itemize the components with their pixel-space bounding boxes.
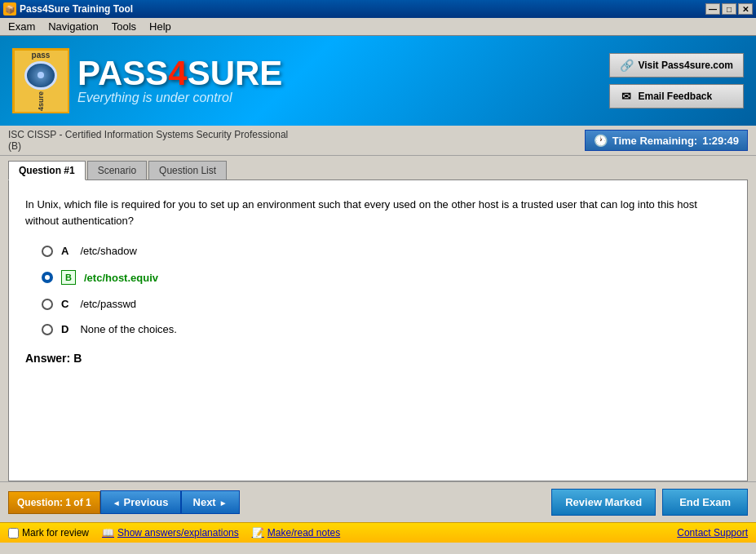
tab-scenario[interactable]: Scenario — [87, 161, 147, 179]
tab-question1[interactable]: Question #1 — [8, 161, 86, 180]
contact-support-link[interactable]: Contact Support — [677, 527, 748, 538]
question-area: In Unix, which file is required for you … — [8, 179, 748, 481]
maximize-button[interactable]: □ — [722, 3, 736, 15]
show-answers-link[interactable]: 📖 Show answers/explanations — [102, 527, 239, 538]
tabs-bar: Question #1 Scenario Question List — [0, 156, 756, 179]
option-c[interactable]: C /etc/passwd — [42, 298, 731, 310]
option-c-label: C — [61, 298, 69, 310]
option-a-text: /etc/shadow — [80, 245, 136, 257]
mark-for-review-label: Mark for review — [22, 527, 89, 538]
title-bar-text: Pass4Sure Training Tool — [20, 3, 133, 15]
visit-website-button[interactable]: 🔗 Visit Pass4sure.com — [609, 53, 744, 78]
mark-for-review-checkbox[interactable]: Mark for review — [8, 527, 89, 538]
answer-label: Answer: — [25, 352, 70, 365]
logo-box: pass 4sure — [12, 48, 69, 113]
time-remaining-label: Time Remaining: — [612, 135, 698, 147]
menu-exam[interactable]: Exam — [3, 19, 40, 34]
make-read-notes-link[interactable]: 📝 Make/read notes — [252, 527, 340, 538]
title-bar: 📦 Pass4Sure Training Tool — □ ✕ — [0, 0, 756, 18]
clock-icon: 🕐 — [594, 134, 608, 147]
option-b-text: /etc/host.equiv — [84, 272, 158, 284]
menu-bar: Exam Navigation Tools Help — [0, 18, 756, 36]
mark-for-review-input[interactable] — [8, 528, 19, 538]
option-d-label: D — [61, 323, 69, 335]
window-controls: — □ ✕ — [705, 3, 753, 15]
next-arrow-icon — [219, 496, 228, 508]
option-a-radio[interactable] — [42, 246, 53, 257]
option-c-text: /etc/passwd — [80, 298, 136, 310]
answer-display: Answer: B — [25, 352, 731, 365]
option-b-label-box: B — [61, 270, 76, 285]
footer-left: Mark for review 📖 Show answers/explanati… — [8, 527, 340, 538]
note-icon: 📝 — [252, 527, 264, 538]
brand-name: PASS4SURE — [77, 56, 282, 91]
footer-bar: Mark for review 📖 Show answers/explanati… — [0, 522, 756, 543]
previous-arrow-icon — [113, 496, 121, 508]
tab-question-list[interactable]: Question List — [148, 161, 227, 179]
option-a-label: A — [61, 245, 69, 257]
close-button[interactable]: ✕ — [738, 3, 753, 15]
time-remaining-value: 1:29:49 — [702, 135, 739, 147]
options-list: A /etc/shadow B /etc/host.equiv C /etc/p… — [42, 245, 731, 335]
option-b-radio[interactable] — [42, 272, 53, 283]
answer-value: B — [73, 352, 82, 365]
external-link-icon: 🔗 — [620, 59, 633, 72]
bottom-navigation: Question: 1 of 1 Previous Next Review Ma… — [0, 481, 756, 522]
exam-title: ISC CISSP - Certified Information System… — [8, 129, 288, 140]
menu-navigation[interactable]: Navigation — [43, 19, 103, 34]
minimize-button[interactable]: — — [705, 3, 720, 15]
option-d[interactable]: D None of the choices. — [42, 323, 731, 335]
nav-left-group: Question: 1 of 1 Previous Next — [8, 490, 240, 514]
exam-subtitle: (B) — [8, 140, 288, 152]
option-a[interactable]: A /etc/shadow — [42, 245, 731, 257]
header: pass 4sure PASS4SURE Everything is under… — [0, 36, 756, 126]
email-icon: ✉ — [620, 90, 633, 103]
book-icon: 📖 — [102, 527, 114, 538]
header-action-buttons: 🔗 Visit Pass4sure.com ✉ Email Feedback — [609, 53, 744, 109]
option-d-text: None of the choices. — [80, 323, 177, 335]
previous-button[interactable]: Previous — [100, 490, 181, 514]
menu-help[interactable]: Help — [144, 19, 176, 34]
option-c-radio[interactable] — [42, 299, 53, 310]
option-b[interactable]: B /etc/host.equiv — [42, 270, 731, 285]
end-exam-button[interactable]: End Exam — [662, 489, 748, 516]
option-d-radio[interactable] — [42, 324, 53, 335]
logo-area: pass 4sure PASS4SURE Everything is under… — [12, 48, 282, 113]
next-button[interactable]: Next — [181, 490, 240, 514]
app-icon: 📦 — [3, 2, 16, 16]
email-feedback-button[interactable]: ✉ Email Feedback — [609, 84, 744, 109]
question-text: In Unix, which file is required for you … — [25, 197, 731, 228]
menu-tools[interactable]: Tools — [107, 19, 141, 34]
exam-info-bar: ISC CISSP - Certified Information System… — [0, 126, 756, 156]
nav-right-group: Review Marked End Exam — [551, 489, 748, 516]
brand-tagline: Everything is under control — [77, 91, 282, 105]
review-marked-button[interactable]: Review Marked — [551, 489, 656, 516]
question-counter: Question: 1 of 1 — [8, 491, 100, 514]
time-remaining-display: 🕐 Time Remaining: 1:29:49 — [585, 130, 748, 151]
logo-text: PASS4SURE Everything is under control — [77, 56, 282, 105]
